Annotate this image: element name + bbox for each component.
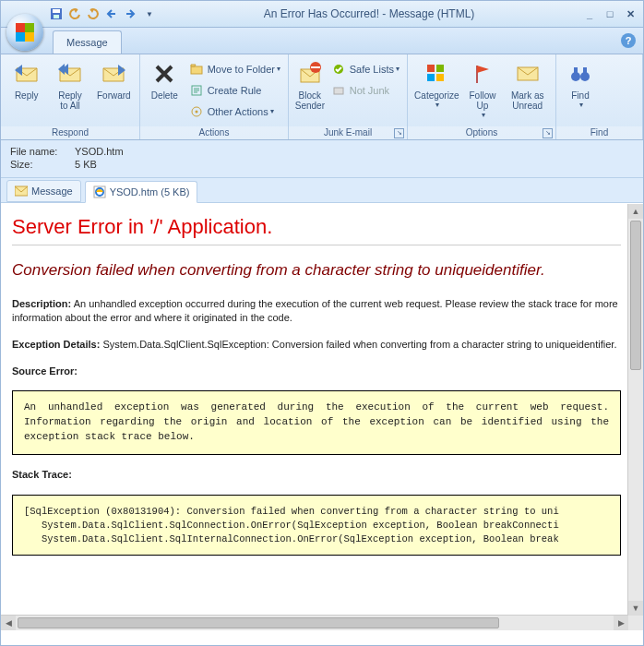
scroll-thumb-h[interactable]: [18, 617, 499, 628]
reply-icon: [13, 59, 41, 89]
qat-redo[interactable]: [85, 6, 101, 22]
ribbon: Reply Reply to All Forward Respond: [1, 54, 643, 140]
forward-button[interactable]: Forward: [92, 57, 136, 102]
window-title: An Error Has Occurred! - Message (HTML): [158, 7, 580, 20]
block-sender-icon: [297, 59, 323, 89]
attachment-tab-file[interactable]: YSOD.htm (5 KB): [85, 181, 198, 203]
size-label: Size:: [10, 159, 66, 170]
svg-rect-1: [53, 9, 60, 13]
not-junk-icon: [331, 83, 346, 98]
svg-rect-15: [436, 74, 444, 81]
attachment-tabs: Message YSOD.htm (5 KB): [1, 178, 643, 203]
help-button[interactable]: ?: [621, 33, 636, 48]
find-button[interactable]: Find▾: [560, 57, 601, 111]
scroll-up-arrow[interactable]: ▲: [628, 204, 643, 219]
ysod-stack-box: [SqlException (0x80131904): Conversion f…: [12, 495, 621, 556]
message-body: Server Error in '/' Application. Convers…: [1, 204, 628, 616]
scroll-down-arrow[interactable]: ▼: [628, 601, 643, 616]
safe-lists-icon: [331, 62, 346, 77]
ysod-exception: Exception Details: System.Data.SqlClient…: [12, 338, 621, 352]
filename-label: File name:: [10, 146, 66, 157]
qat-save[interactable]: [48, 6, 65, 22]
svg-point-6: [195, 110, 197, 113]
ysod-source-box: An unhandled exception was generated dur…: [12, 390, 621, 455]
ysod-h2: Conversion failed when converting from a…: [12, 260, 621, 281]
follow-up-button[interactable]: Follow Up▾: [462, 57, 504, 121]
svg-point-18: [580, 72, 590, 81]
group-junk: Block Sender Safe Lists▾ Not Junk Junk E…: [289, 54, 408, 139]
categorize-icon: [425, 59, 447, 89]
close-button[interactable]: ✕: [621, 7, 639, 20]
folder-move-icon: [189, 62, 204, 77]
group-actions: Delete Move to Folder▾ Create Rule Other…: [140, 54, 289, 139]
ysod-source-label: Source Error:: [12, 365, 621, 378]
categorize-button[interactable]: Categorize▾: [411, 57, 462, 111]
message-header: File name: YSOD.htm Size: 5 KB: [1, 140, 643, 178]
group-junk-title: Junk E-mail: [324, 127, 372, 138]
junk-launcher[interactable]: ↘: [394, 128, 404, 138]
qat-next[interactable]: [122, 6, 138, 22]
tab-message[interactable]: Message: [53, 30, 122, 54]
mark-unread-button[interactable]: Mark as Unread: [503, 57, 552, 113]
ie-file-icon: [93, 185, 106, 198]
message-body-wrap: Server Error in '/' Application. Convers…: [1, 203, 643, 630]
attachment-tab-message[interactable]: Message: [6, 180, 81, 202]
ribbon-tabs: Message ?: [1, 28, 643, 54]
qat-undo[interactable]: [66, 6, 83, 22]
block-sender-button[interactable]: Block Sender: [292, 57, 328, 113]
ysod-description: Description: An unhandled exception occu…: [12, 297, 621, 325]
not-junk-button: Not Junk: [328, 80, 403, 100]
rule: [12, 245, 621, 245]
envelope-icon: [15, 185, 28, 197]
other-actions-icon: [189, 104, 204, 119]
office-button[interactable]: [6, 14, 43, 51]
group-options-title: Options: [466, 127, 497, 138]
vertical-scrollbar[interactable]: ▲ ▼: [627, 204, 643, 616]
delete-button[interactable]: Delete: [144, 57, 185, 102]
svg-rect-11: [334, 88, 343, 94]
size-value: 5 KB: [75, 159, 97, 170]
scroll-right-arrow[interactable]: ▶: [614, 616, 628, 630]
scroll-thumb-v[interactable]: [630, 221, 641, 370]
svg-rect-13: [436, 65, 444, 72]
svg-rect-12: [427, 65, 435, 72]
reply-all-icon: [56, 59, 84, 89]
group-find: Find▾ Find: [556, 54, 643, 139]
svg-rect-3: [191, 66, 202, 74]
svg-rect-20: [583, 67, 587, 73]
rule-icon: [189, 83, 204, 98]
other-actions-button[interactable]: Other Actions▾: [185, 102, 284, 121]
create-rule-button[interactable]: Create Rule: [185, 80, 284, 100]
group-find-title: Find: [590, 127, 608, 138]
move-to-folder-button[interactable]: Move to Folder▾: [185, 59, 284, 78]
binoculars-icon: [569, 59, 591, 89]
options-launcher[interactable]: ↘: [543, 128, 553, 138]
forward-icon: [100, 59, 127, 89]
group-respond-title: Respond: [52, 127, 89, 138]
qat-prev[interactable]: [103, 6, 120, 22]
ysod-h1: Server Error in '/' Application.: [12, 215, 621, 239]
scroll-left-arrow[interactable]: ◀: [1, 616, 16, 630]
filename-value: YSOD.htm: [75, 146, 124, 157]
reply-button[interactable]: Reply: [5, 57, 48, 102]
delete-icon: [152, 59, 176, 89]
reply-all-button[interactable]: Reply to All: [48, 57, 91, 113]
mark-unread-icon: [516, 59, 540, 89]
svg-rect-2: [54, 15, 59, 18]
ysod-stack-label: Stack Trace:: [12, 468, 621, 482]
horizontal-scrollbar[interactable]: ◀ ▶: [1, 615, 628, 630]
qat-customize[interactable]: ▼: [140, 6, 157, 22]
safe-lists-button[interactable]: Safe Lists▾: [328, 59, 403, 78]
svg-point-17: [571, 72, 580, 81]
scroll-corner: [628, 616, 643, 630]
group-respond: Reply Reply to All Forward Respond: [1, 54, 140, 139]
maximize-button[interactable]: □: [601, 7, 619, 20]
group-actions-title: Actions: [199, 127, 230, 138]
svg-rect-9: [311, 66, 320, 68]
flag-icon: [472, 59, 493, 89]
titlebar: ▼ An Error Has Occurred! - Message (HTML…: [1, 1, 643, 28]
svg-rect-14: [427, 74, 435, 81]
minimize-button[interactable]: _: [580, 7, 599, 20]
svg-rect-19: [574, 67, 578, 73]
group-options: Categorize▾ Follow Up▾ Mark as Unread Op…: [408, 54, 556, 139]
